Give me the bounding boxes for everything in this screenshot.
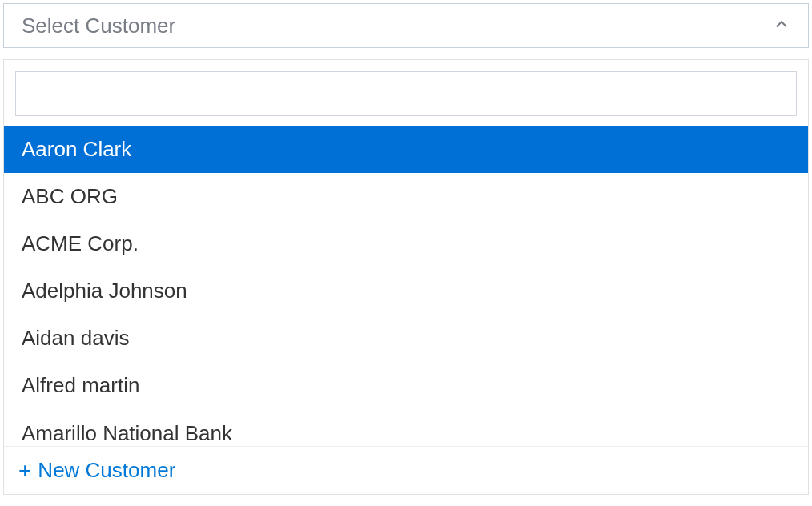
new-customer-button[interactable]: + New Customer [4,446,808,494]
customer-select-header[interactable]: Select Customer [3,3,809,48]
customer-options-list: Aaron ClarkABC ORGACME Corp.Adelphia Joh… [4,126,808,446]
customer-option[interactable]: Alfred martin [4,362,808,409]
customer-dropdown-panel: Aaron ClarkABC ORGACME Corp.Adelphia Joh… [3,59,809,495]
plus-icon: + [18,460,31,482]
customer-option[interactable]: Amarillo National Bank [4,410,808,446]
customer-option[interactable]: Adelphia Johnson [4,267,808,315]
customer-option[interactable]: Aaron Clark [4,126,808,173]
customer-search-input[interactable] [15,71,797,116]
new-customer-label: New Customer [38,458,175,483]
search-wrapper [4,60,808,126]
customer-option[interactable]: ABC ORG [4,173,808,220]
options-scroll-container[interactable]: Aaron ClarkABC ORGACME Corp.Adelphia Joh… [4,126,808,446]
customer-option[interactable]: ACME Corp. [4,220,808,267]
customer-option[interactable]: Aidan davis [4,315,808,362]
customer-select-placeholder: Select Customer [22,14,175,38]
chevron-up-icon [773,15,790,36]
